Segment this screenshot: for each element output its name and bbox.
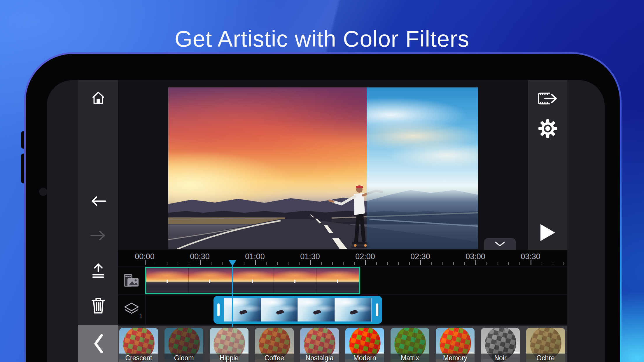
media-track-header[interactable] <box>118 267 146 294</box>
clip-thumbnail <box>146 268 189 293</box>
app-screen: 00:00 00:30 01:00 01:30 02:00 02:30 03:0… <box>47 80 605 362</box>
trim-handle-left[interactable] <box>217 303 220 316</box>
collapse-filters-button[interactable] <box>78 325 118 362</box>
layer-number-badge: 1 <box>139 313 142 319</box>
upload-button[interactable] <box>78 257 118 285</box>
filter-label: Matrix <box>391 354 429 362</box>
overlay-track-icon: 1 <box>124 303 139 317</box>
home-icon <box>89 89 107 107</box>
redo-button[interactable] <box>78 222 118 249</box>
play-icon <box>540 224 555 241</box>
hide-preview-button[interactable] <box>484 238 516 250</box>
overlay-track-header[interactable]: 1 <box>118 295 146 324</box>
right-toolbar <box>528 80 567 250</box>
left-toolbar <box>78 80 118 325</box>
filter-label: Nostalgia <box>300 354 339 362</box>
page-title: Get Artistic with Color Filters <box>0 26 644 52</box>
play-button[interactable] <box>528 224 567 242</box>
major-ticks <box>145 260 566 265</box>
filter-label: Coffee <box>255 354 294 362</box>
home-button[interactable] <box>78 84 118 112</box>
filter-label: Gloom <box>164 354 203 362</box>
clip-thumbnail <box>189 268 231 293</box>
clip-thumbnail <box>298 298 335 321</box>
upload-icon <box>90 263 107 279</box>
clip-thumbnail <box>274 268 316 293</box>
clip-thumbnail <box>231 268 274 293</box>
undo-icon <box>90 195 107 207</box>
playhead-line[interactable] <box>232 265 233 327</box>
timeline: 00:00 00:30 01:00 01:30 02:00 02:30 03:0… <box>118 250 567 362</box>
filter-label: Noir <box>481 354 520 362</box>
filter-tile-crescent[interactable]: Crescent <box>119 328 158 362</box>
filter-label: Modern <box>345 354 384 362</box>
filter-label: Ochre <box>526 354 565 362</box>
filter-tile-gloom[interactable]: Gloom <box>164 328 203 362</box>
settings-button[interactable] <box>528 115 567 143</box>
trim-handle-right[interactable] <box>376 303 378 316</box>
filter-strip[interactable]: Crescent Gloom Hippie Coffee Nostalgia M… <box>118 326 567 362</box>
filter-label: Hippie <box>210 354 249 362</box>
filter-label: Crescent <box>119 354 158 362</box>
filter-label: Memory <box>436 354 475 362</box>
filter-tile-nostalgia[interactable]: Nostalgia <box>300 328 339 362</box>
media-track-icon <box>123 274 140 288</box>
overlay-track: 1 <box>118 295 567 324</box>
clip-thumbnail <box>316 268 359 293</box>
settings-icon <box>538 119 557 138</box>
timeline-ruler[interactable]: 00:00 00:30 01:00 01:30 02:00 02:30 03:0… <box>118 250 567 266</box>
filter-tile-coffee[interactable]: Coffee <box>255 328 294 362</box>
phone-camera <box>39 188 47 196</box>
video-track <box>118 267 567 294</box>
clip-thumbnail <box>224 298 261 321</box>
unfiltered-side <box>367 87 478 249</box>
clip-thumbnail <box>335 298 372 321</box>
undo-button[interactable] <box>78 187 118 215</box>
produce-button[interactable] <box>528 85 567 113</box>
filter-tile-memory[interactable]: Memory <box>436 328 475 362</box>
video-clip-selected[interactable] <box>145 267 360 294</box>
filter-tile-modern[interactable]: Modern <box>345 328 384 362</box>
overlay-clip-selected[interactable] <box>214 296 382 324</box>
filter-tile-matrix[interactable]: Matrix <box>391 328 429 362</box>
screenshot-stage: Get Artistic with Color Filters <box>0 0 644 362</box>
filter-tile-hippie[interactable]: Hippie <box>210 328 249 362</box>
back-icon <box>93 333 104 354</box>
delete-button[interactable] <box>78 291 118 319</box>
filter-tile-noir[interactable]: Noir <box>481 328 520 362</box>
trash-icon <box>90 297 106 314</box>
preview-area <box>118 80 528 250</box>
filter-tile-ochre[interactable]: Ochre <box>526 328 565 362</box>
redo-icon <box>90 229 107 242</box>
produce-icon <box>537 90 559 107</box>
clip-thumbnail <box>261 298 298 321</box>
video-frame <box>168 87 478 249</box>
collapse-icon <box>494 241 506 247</box>
overlay-clip-thumbnails <box>224 298 372 321</box>
